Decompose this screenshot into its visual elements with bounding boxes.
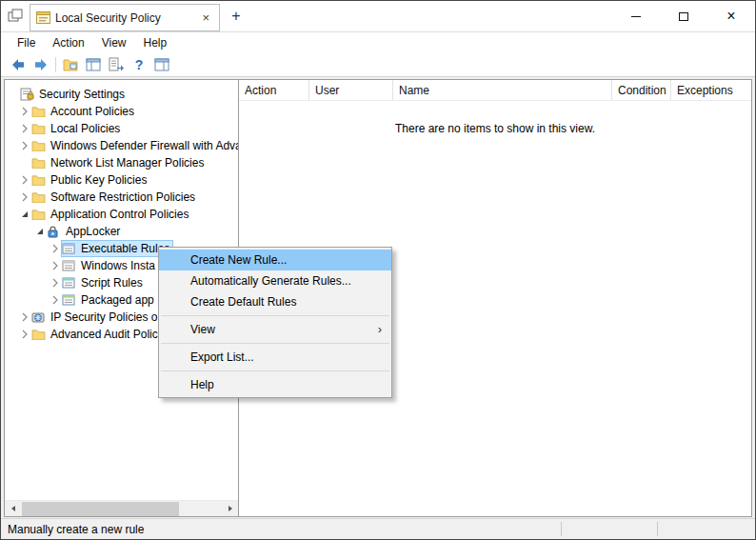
- tree-item-network-list-manager-policies[interactable]: Network List Manager Policies: [5, 154, 238, 171]
- scroll-right-button[interactable]: [222, 501, 238, 516]
- submenu-arrow-icon: ›: [378, 319, 382, 340]
- menu-bar: File Action View Help: [1, 32, 755, 52]
- tree-item-account-policies[interactable]: Account Policies: [5, 103, 238, 120]
- column-header-exceptions[interactable]: Exceptions: [671, 80, 751, 100]
- folder-icon: [31, 329, 48, 340]
- collapse-chevron-icon[interactable]: [18, 210, 31, 219]
- maximize-button[interactable]: [660, 1, 707, 31]
- tree-item-label: AppLocker: [63, 224, 123, 239]
- forward-icon: [33, 57, 49, 72]
- folder-icon: [31, 106, 48, 117]
- folder-icon: [31, 174, 48, 186]
- menu-file[interactable]: File: [9, 34, 44, 51]
- column-header-user[interactable]: User: [309, 80, 393, 100]
- tab-title: Local Security Policy: [53, 11, 161, 25]
- tree-item-label: Network List Manager Policies: [48, 155, 207, 170]
- tree-item-local-policies[interactable]: Local Policies: [5, 120, 238, 137]
- expand-chevron-icon[interactable]: [18, 175, 31, 185]
- expand-chevron-icon[interactable]: [49, 261, 62, 270]
- column-header-action[interactable]: Action: [239, 80, 309, 100]
- close-button[interactable]: ×: [707, 1, 755, 31]
- context-menu: Create New Rule... Automatically Generat…: [158, 247, 392, 398]
- tree-item-applocker[interactable]: AppLocker: [5, 223, 238, 240]
- tree-item-software-restriction-policies[interactable]: Software Restriction Policies: [5, 189, 238, 206]
- action-pane-button[interactable]: [150, 54, 173, 75]
- tree-item-windows-defender-firewall[interactable]: Windows Defender Firewall with Adva: [5, 137, 238, 154]
- help-button[interactable]: ?: [128, 54, 150, 75]
- tree-item-label: Windows Defender Firewall with Adva: [48, 138, 239, 153]
- minimize-button[interactable]: [612, 1, 660, 31]
- menu-help[interactable]: Help: [135, 34, 176, 51]
- back-icon: [10, 57, 26, 72]
- tree-item-label: Software Restriction Policies: [48, 190, 198, 205]
- expand-chevron-icon[interactable]: [49, 244, 62, 253]
- expand-chevron-icon[interactable]: [49, 295, 62, 305]
- expand-chevron-icon[interactable]: [18, 312, 31, 322]
- help-icon: ?: [135, 57, 144, 72]
- ip-security-policies-icon: [31, 311, 48, 324]
- tree-item-public-key-policies[interactable]: Public Key Policies: [5, 171, 238, 189]
- forward-button[interactable]: [30, 54, 52, 75]
- status-text: Manually create a new rule: [1, 523, 144, 536]
- expand-chevron-icon[interactable]: [49, 278, 62, 288]
- list-header-row: Action User Name Condition Exceptions: [239, 80, 751, 101]
- toolbar-separator: [55, 57, 56, 72]
- folder-icon: [31, 123, 48, 134]
- menu-item-create-new-rule[interactable]: Create New Rule...: [159, 250, 391, 270]
- packaged-app-rules-icon: [62, 294, 78, 306]
- tree-item-label: Public Key Policies: [48, 172, 149, 188]
- back-button[interactable]: [7, 54, 30, 75]
- scroll-left-icon: [10, 505, 17, 512]
- menu-item-help[interactable]: Help: [159, 374, 391, 395]
- tree-item-label: Application Control Policies: [48, 207, 191, 222]
- tree-item-security-settings[interactable]: Security Settings: [5, 86, 238, 103]
- executable-rules-icon: [62, 243, 78, 254]
- new-tab-button[interactable]: +: [220, 1, 252, 31]
- collapse-chevron-icon[interactable]: [33, 227, 47, 236]
- column-header-name[interactable]: Name: [393, 80, 612, 100]
- scrollbar-thumb[interactable]: [22, 502, 179, 516]
- status-divider: [657, 522, 658, 536]
- panes-icon: [86, 58, 101, 71]
- scroll-left-button[interactable]: [5, 501, 21, 516]
- tree-item-label: Security Settings: [36, 87, 128, 102]
- tree-item-label: Local Policies: [48, 121, 123, 136]
- console-tree-icon: [63, 58, 78, 71]
- folder-icon: [31, 191, 48, 203]
- expand-chevron-icon[interactable]: [18, 192, 31, 202]
- tab-close-icon[interactable]: ×: [198, 10, 213, 25]
- menu-action[interactable]: Action: [44, 34, 92, 51]
- expand-chevron-icon[interactable]: [18, 330, 31, 339]
- menu-view[interactable]: View: [93, 34, 135, 51]
- horizontal-scrollbar[interactable]: [5, 500, 238, 516]
- selected-tree-item: Executable Rules: [62, 241, 172, 256]
- menu-item-automatically-generate-rules[interactable]: Automatically Generate Rules...: [159, 270, 391, 291]
- tree-item-label: Packaged app: [78, 292, 157, 308]
- windows-installer-rules-icon: [62, 260, 78, 271]
- tree-item-label: Account Policies: [48, 104, 137, 119]
- tree-item-application-control-policies[interactable]: Application Control Policies: [5, 206, 238, 223]
- tab-local-security-policy[interactable]: Local Security Policy ×: [30, 4, 220, 31]
- console-tree-button[interactable]: [59, 54, 82, 75]
- folder-icon: [31, 157, 48, 169]
- window-controls: ×: [612, 1, 755, 31]
- script-rules-icon: [62, 277, 78, 289]
- console-icon: [36, 11, 53, 24]
- maximize-icon: [679, 12, 688, 21]
- menu-item-view[interactable]: View ›: [159, 319, 391, 340]
- export-list-button[interactable]: [105, 54, 128, 75]
- expand-chevron-icon[interactable]: [18, 141, 31, 150]
- folder-icon: [31, 209, 48, 220]
- tree-item-label: IP Security Policies on: [48, 310, 167, 325]
- menu-item-export-list[interactable]: Export List...: [159, 347, 391, 368]
- menu-item-view-label: View: [190, 323, 215, 336]
- expand-chevron-icon[interactable]: [18, 107, 31, 116]
- empty-list-message: There are no items to show in this view.: [239, 122, 751, 135]
- scroll-right-icon: [227, 505, 234, 512]
- menu-item-create-default-rules[interactable]: Create Default Rules: [159, 291, 391, 312]
- panes-button[interactable]: [82, 54, 105, 75]
- expand-chevron-icon[interactable]: [18, 124, 31, 133]
- column-header-condition[interactable]: Condition: [612, 80, 671, 100]
- tab-bar: Local Security Policy × + ×: [1, 1, 755, 32]
- minimize-icon: [631, 16, 641, 17]
